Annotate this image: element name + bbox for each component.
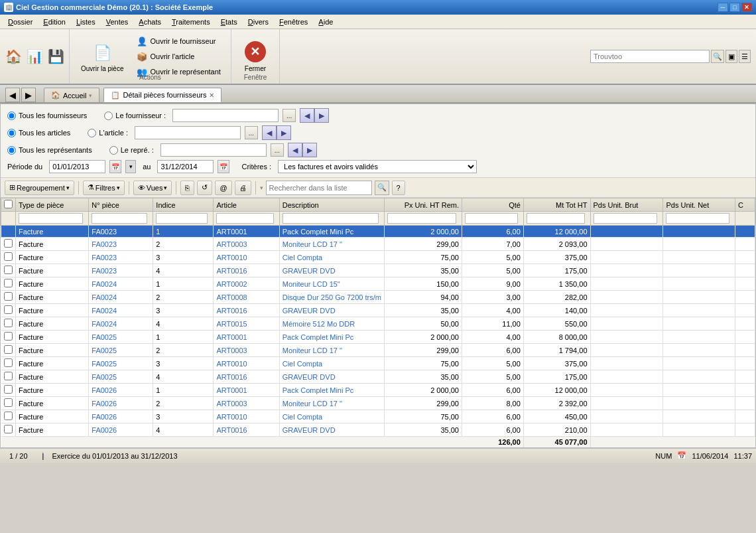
home-button[interactable]: 🏠 [4, 47, 23, 66]
article-browse-btn[interactable]: ... [245, 126, 258, 139]
row-checkbox[interactable] [4, 239, 13, 248]
print-button[interactable]: 🖨 [235, 181, 251, 195]
criteres-select[interactable]: Les factures et avoirs validés Toutes le… [278, 160, 477, 173]
menu-aide[interactable]: Aide [313, 17, 338, 27]
table-row[interactable]: FactureFA00232ART0003Moniteur LCD 17 "29… [1, 238, 755, 251]
cal-to-btn[interactable]: 📅 [218, 160, 229, 173]
table-row[interactable]: FactureFA00252ART0003Moniteur LCD 17 "29… [1, 344, 755, 357]
col-pxuniht[interactable]: Px Uni. HT Rem. [384, 198, 462, 212]
row-desc-link[interactable]: Moniteur LCD 17 " [283, 400, 342, 408]
row-numero-link[interactable]: FA0026 [92, 413, 117, 421]
refresh-button[interactable]: ↺ [197, 181, 212, 195]
help-button[interactable]: ? [392, 181, 405, 195]
stats-button[interactable]: 📊 [25, 47, 44, 66]
minimize-button[interactable]: ─ [718, 3, 728, 12]
radio-tous-articles[interactable] [7, 129, 16, 137]
row-numero-link[interactable]: FA0023 [92, 254, 117, 262]
row-desc-link[interactable]: Moniteur LCD 15" [283, 280, 340, 288]
tab-detail-close[interactable]: ✕ [209, 92, 214, 99]
radio-tous-fournisseurs[interactable] [7, 112, 16, 120]
row-numero-link[interactable]: FA0026 [92, 400, 117, 408]
trouvtoo-option2[interactable]: ☰ [739, 50, 751, 63]
row-desc-link[interactable]: GRAVEUR DVD [283, 307, 336, 315]
cal-from-btn[interactable]: 📅 [109, 160, 121, 173]
fournisseur-prev-btn[interactable]: ◀ [300, 108, 314, 123]
row-numero-link[interactable]: FA0023 [92, 240, 117, 248]
col-mttotht[interactable]: Mt Tot HT [523, 198, 590, 212]
table-row[interactable]: FactureFA00242ART0008Disque Dur 250 Go 7… [1, 291, 755, 304]
article-next-btn[interactable]: ▶ [277, 125, 291, 140]
col-type[interactable]: Type de pièce [16, 198, 89, 212]
repre-browse-btn[interactable]: ... [271, 143, 284, 157]
row-checkbox[interactable] [4, 385, 13, 394]
row-article-link[interactable]: ART0003 [216, 346, 247, 354]
row-numero-link[interactable]: FA0025 [92, 346, 117, 354]
save-button[interactable]: 💾 [46, 47, 65, 66]
table-search-btn[interactable]: 🔍 [375, 181, 389, 195]
filter-pdsunitbrut-input[interactable] [594, 213, 658, 224]
row-desc-link[interactable]: Ciel Compta [283, 360, 323, 368]
row-article-link[interactable]: ART0001 [216, 333, 247, 341]
row-numero-link[interactable]: FA0024 [92, 307, 117, 315]
filter-description-input[interactable] [283, 213, 379, 224]
radio-tous-representants[interactable] [7, 146, 16, 155]
date-from-input[interactable] [49, 160, 105, 173]
row-article-link[interactable]: ART0010 [216, 413, 247, 421]
menu-fenetres[interactable]: Fenêtres [274, 17, 313, 27]
row-numero-link[interactable]: FA0024 [92, 293, 117, 301]
menu-ventes[interactable]: Ventes [101, 17, 134, 27]
col-pdsunitnet[interactable]: Pds Unit. Net [663, 198, 735, 212]
row-desc-link[interactable]: Pack Complet Mini Pc [283, 228, 354, 236]
row-desc-link[interactable]: GRAVEUR DVD [283, 373, 336, 381]
col-description[interactable]: Description [279, 198, 384, 212]
fournisseur-next-btn[interactable]: ▶ [314, 108, 329, 123]
regroupement-button[interactable]: ⊞ Regroupement ▾ [5, 181, 74, 195]
row-desc-link[interactable]: Mémoire 512 Mo DDR [283, 320, 355, 328]
col-article[interactable]: Article [214, 198, 279, 212]
row-numero-link[interactable]: FA0023 [92, 267, 117, 275]
ouvrir-article-button[interactable]: 📦 Ouvrir l'article [132, 50, 225, 64]
filter-indice-input[interactable] [156, 213, 208, 224]
radio-le-fournisseur[interactable] [104, 112, 113, 120]
close-button[interactable]: ✕ [741, 3, 752, 12]
row-article-link[interactable]: ART0010 [216, 360, 247, 368]
row-numero-link[interactable]: FA0026 [92, 426, 117, 434]
filter-pxuniht-input[interactable] [387, 213, 456, 224]
col-indice[interactable]: Indice [153, 198, 214, 212]
table-row[interactable]: FactureFA00251ART0001Pack Complet Mini P… [1, 331, 755, 344]
row-article-link[interactable]: ART0002 [216, 280, 247, 288]
row-checkbox[interactable] [4, 292, 13, 301]
row-numero-link[interactable]: FA0025 [92, 360, 117, 368]
fermer-button[interactable]: ✕ Fermer [239, 37, 271, 76]
row-checkbox[interactable] [4, 372, 13, 380]
table-row[interactable]: FactureFA00254ART0016GRAVEUR DVD35,005,0… [1, 370, 755, 384]
row-article-link[interactable]: ART0016 [216, 307, 247, 315]
ouvrir-piece-button[interactable]: 📄 Ouvrir la pièce [75, 37, 129, 76]
table-row[interactable]: FactureFA00244ART0015Mémoire 512 Mo DDR5… [1, 317, 755, 331]
table-row[interactable]: FactureFA00261ART0001Pack Complet Mini P… [1, 384, 755, 397]
row-numero-link[interactable]: FA0025 [92, 333, 117, 341]
row-numero-link[interactable]: FA0026 [92, 386, 117, 394]
fournisseur-input[interactable] [172, 109, 279, 122]
table-row[interactable]: FactureFA00233ART0010Ciel Compta75,005,0… [1, 251, 755, 264]
row-article-link[interactable]: ART0003 [216, 400, 247, 408]
row-article-link[interactable]: ART0001 [216, 228, 247, 236]
row-article-link[interactable]: ART0010 [216, 254, 247, 262]
filter-type-input[interactable] [19, 213, 83, 224]
row-article-link[interactable]: ART0015 [216, 320, 247, 328]
row-desc-link[interactable]: GRAVEUR DVD [283, 426, 336, 434]
article-prev-btn[interactable]: ◀ [262, 125, 277, 140]
row-checkbox[interactable] [4, 425, 13, 433]
date-to-input[interactable] [157, 160, 214, 173]
filtres-button[interactable]: ⚗ Filtres ▾ [83, 181, 125, 195]
row-checkbox[interactable] [4, 358, 13, 367]
row-desc-link[interactable]: Moniteur LCD 17 " [283, 240, 342, 248]
col-pdsunitbrut[interactable]: Pds Unit. Brut [590, 198, 663, 212]
table-row[interactable]: FactureFA00253ART0010Ciel Compta75,005,0… [1, 357, 755, 370]
filter-numero-input[interactable] [92, 213, 147, 224]
row-desc-link[interactable]: Ciel Compta [283, 254, 323, 262]
table-row[interactable]: FactureFA00243ART0016GRAVEUR DVD35,004,0… [1, 304, 755, 317]
vues-button[interactable]: 👁 Vues ▾ [133, 181, 172, 195]
row-article-link[interactable]: ART0001 [216, 386, 247, 394]
tab-accueil[interactable]: 🏠 Accueil ▾ [44, 88, 99, 102]
